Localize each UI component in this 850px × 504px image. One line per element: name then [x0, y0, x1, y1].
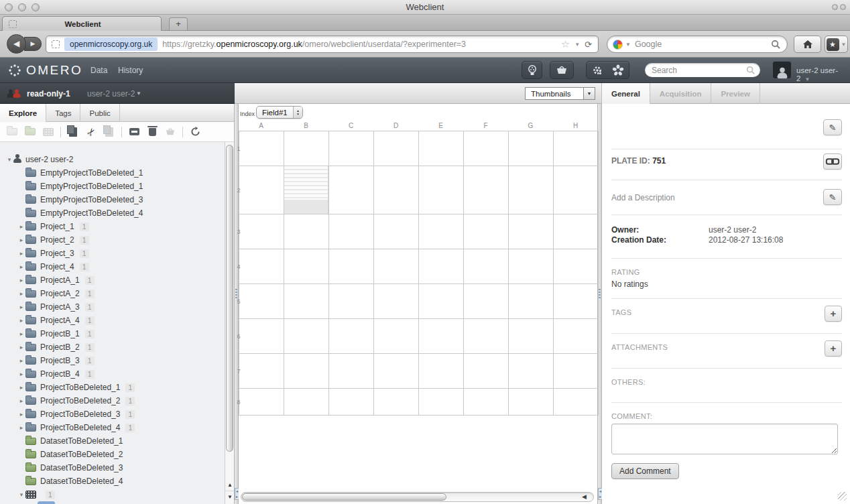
- search-engine-dropdown-icon[interactable]: ▼: [625, 42, 631, 48]
- tree-item-Project_3[interactable]: ▸Project_31: [0, 247, 225, 260]
- site-identity-chip[interactable]: openmicroscopy.org.uk: [64, 38, 158, 51]
- hscroll-left-icon[interactable]: ◀: [582, 493, 587, 500]
- edit-name-button[interactable]: ✎: [823, 119, 842, 135]
- new-tab-button[interactable]: +: [169, 17, 188, 30]
- add-comment-button[interactable]: Add Comment: [611, 463, 679, 479]
- tree-expand-icon[interactable]: ▾: [5, 156, 13, 163]
- add-attachment-button[interactable]: +: [825, 340, 842, 357]
- scroll-up-icon[interactable]: ▲: [225, 479, 235, 491]
- search-magnifier-icon[interactable]: [771, 40, 781, 50]
- tab-acquisition[interactable]: Acquisition: [650, 83, 712, 104]
- tree-item-DatasetToBeDeleted_1[interactable]: DatasetToBeDeleted_1: [0, 434, 225, 448]
- well-thumbnail[interactable]: [284, 166, 328, 214]
- tree-item-ProjectToBeDeleted_1[interactable]: ▸ProjectToBeDeleted_11: [0, 381, 225, 394]
- scrollbar-thumb[interactable]: [226, 145, 233, 452]
- tree-item-Project_1[interactable]: ▸Project_11: [0, 220, 225, 233]
- bookmarks-button[interactable]: ★ ▼: [825, 36, 848, 53]
- tree-expand-icon[interactable]: ▸: [17, 371, 25, 377]
- menu-data[interactable]: Data: [90, 66, 107, 75]
- browser-tab-webclient[interactable]: Webclient: [2, 16, 162, 31]
- url-bar[interactable]: openmicroscopy.org.uk https://gretzky.op…: [46, 36, 599, 53]
- selected-plate-partial[interactable]: [38, 501, 55, 504]
- tree-expand-icon[interactable]: ▸: [17, 411, 25, 418]
- tree-item-DatasetToBeDeleted_3[interactable]: DatasetToBeDeleted_3: [0, 461, 225, 475]
- menu-history[interactable]: History: [118, 66, 143, 75]
- panel-resize-grip[interactable]: [838, 492, 847, 501]
- right-splitter-grip[interactable]: [599, 289, 601, 300]
- hscrollbar-thumb[interactable]: [242, 493, 446, 501]
- tab-preview[interactable]: Preview: [711, 83, 760, 104]
- bookmark-star-icon[interactable]: ☆: [561, 38, 570, 50]
- tree-item-ProjectA_3[interactable]: ▸ProjectA_31: [0, 300, 225, 314]
- paste-icon[interactable]: [103, 127, 115, 137]
- tree-item-EmptyProjectToBeDeleted_1[interactable]: EmptyProjectToBeDeleted_1: [0, 166, 225, 180]
- tree-item-EmptyProjectToBeDeleted_3[interactable]: EmptyProjectToBeDeleted_3: [0, 193, 225, 206]
- user-menu[interactable]: user-2 user-2▼: [796, 66, 850, 82]
- tree-expand-icon[interactable]: ▾: [17, 491, 25, 498]
- tree-expand-icon[interactable]: ▸: [17, 357, 25, 364]
- new-project-icon[interactable]: [6, 127, 18, 137]
- omero-search-field[interactable]: Search: [645, 63, 760, 77]
- community-button[interactable]: [607, 61, 629, 79]
- tree-expand-icon[interactable]: ▸: [17, 317, 25, 324]
- tree-expand-icon[interactable]: ▸: [17, 290, 25, 297]
- group-context-bar[interactable]: read-only-1 user-2 user-2 ▼: [0, 83, 235, 104]
- tab-general[interactable]: General: [602, 83, 650, 104]
- cut-icon[interactable]: ✂: [85, 127, 97, 137]
- tree-item-EmptyProjectToBeDeleted_4[interactable]: EmptyProjectToBeDeleted_4: [0, 206, 225, 220]
- tree-expand-icon[interactable]: ▸: [17, 344, 25, 351]
- reload-icon[interactable]: ⟳: [585, 40, 592, 50]
- center-horizontal-scrollbar[interactable]: ◀: [241, 492, 594, 502]
- activities-button[interactable]: [522, 61, 542, 79]
- group-dropdown-icon[interactable]: ▼: [136, 90, 141, 97]
- tree-item-ProjectToBeDeleted_3[interactable]: ▸ProjectToBeDeleted_31: [0, 407, 225, 421]
- basket-button[interactable]: [550, 61, 574, 79]
- tree-item-Project_2[interactable]: ▸Project_21: [0, 233, 225, 247]
- tree-item-ProjectB_1[interactable]: ▸ProjectB_11: [0, 327, 225, 340]
- new-dataset-icon[interactable]: [24, 127, 36, 137]
- settings-button[interactable]: [586, 61, 608, 79]
- field-stepper-icon[interactable]: ▲▼: [293, 107, 302, 118]
- tree-expand-icon[interactable]: ▸: [17, 424, 25, 431]
- web-search-field[interactable]: ▼ Google: [607, 36, 788, 53]
- tree-item-ProjectToBeDeleted_2[interactable]: ▸ProjectToBeDeleted_21: [0, 394, 225, 407]
- tree-item-DatasetToBeDeleted_4[interactable]: DatasetToBeDeleted_4: [0, 475, 225, 488]
- tree-expand-icon[interactable]: ▸: [17, 397, 25, 404]
- omero-logo[interactable]: OMERO: [8, 63, 82, 78]
- url-dropdown-icon[interactable]: ▼: [574, 42, 580, 48]
- tree-expand-icon[interactable]: ▸: [17, 237, 25, 243]
- edit-description-button[interactable]: ✎: [823, 189, 842, 205]
- tree-expand-icon[interactable]: ▸: [17, 277, 25, 284]
- sidebar-tab-explore[interactable]: Explore: [0, 104, 46, 122]
- tree-item-ProjectB_3[interactable]: ▸ProjectB_31: [0, 354, 225, 367]
- tree-expand-icon[interactable]: ▸: [17, 223, 25, 230]
- sidebar-tab-public[interactable]: Public: [80, 104, 119, 122]
- tree-item-EmptyProjectToBeDeleted_1[interactable]: EmptyProjectToBeDeleted_1: [0, 180, 225, 193]
- tree-item-ProjectA_2[interactable]: ▸ProjectA_21: [0, 287, 225, 300]
- tree-item-ProjectA_1[interactable]: ▸ProjectA_11: [0, 273, 225, 287]
- well-cell-B2[interactable]: [284, 166, 329, 214]
- tree-item-user-2 user-2[interactable]: ▾user-2 user-2: [0, 153, 225, 166]
- forward-button[interactable]: ▶: [24, 37, 42, 51]
- user-avatar[interactable]: [772, 61, 792, 79]
- back-button[interactable]: ◀: [7, 34, 26, 54]
- home-button[interactable]: [794, 36, 821, 53]
- scroll-down-icon[interactable]: ▼: [225, 491, 235, 503]
- tree-expand-icon[interactable]: ▸: [17, 304, 25, 310]
- tree-item-screen[interactable]: ▾1: [0, 488, 225, 501]
- link-button[interactable]: [823, 153, 842, 170]
- comment-input[interactable]: [611, 424, 838, 454]
- tree-item-ProjectA_4[interactable]: ▸ProjectA_41: [0, 314, 225, 327]
- refresh-icon[interactable]: [189, 127, 201, 137]
- delete-icon[interactable]: [146, 127, 158, 137]
- tree-item-ProjectToBeDeleted_4[interactable]: ▸ProjectToBeDeleted_41: [0, 421, 225, 434]
- tree-item-ProjectB_2[interactable]: ▸ProjectB_21: [0, 340, 225, 354]
- field-select[interactable]: Field#1 ▲▼: [256, 106, 303, 119]
- layout-select[interactable]: Thumbnails ▼: [525, 87, 595, 100]
- remove-icon[interactable]: [128, 127, 140, 137]
- sidebar-tab-tags[interactable]: Tags: [46, 104, 80, 122]
- copy-icon[interactable]: [67, 127, 79, 137]
- tree-item-Project_4[interactable]: ▸Project_41: [0, 260, 225, 273]
- tree-expand-icon[interactable]: ▸: [17, 263, 25, 270]
- move-to-basket-icon[interactable]: [164, 127, 176, 137]
